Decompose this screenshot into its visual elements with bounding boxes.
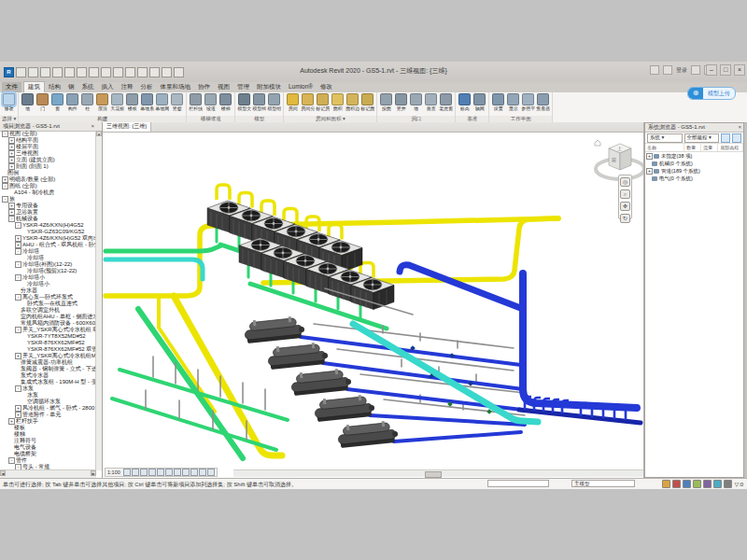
expand-icon[interactable]: - — [15, 327, 21, 333]
tree-item[interactable]: 冷却塔(预留)(12-22) — [0, 268, 96, 274]
view-tab-3d[interactable]: 三维视图: {三维} — [103, 122, 151, 132]
underlay-select-icon[interactable] — [683, 480, 691, 488]
app-store-icon[interactable] — [691, 65, 700, 75]
worksharing-display-icon[interactable] — [207, 469, 215, 476]
discipline-filter-select[interactable]: 全部规程 ▾ — [684, 133, 720, 143]
ribbon-tab-结构[interactable]: 结构 — [45, 82, 64, 92]
column-header-底部高程[interactable]: 底部高程 — [718, 144, 743, 151]
tree-item[interactable]: 空调循环水泵 — [0, 399, 96, 405]
tool-房间分隔[interactable]: 房间分隔 — [301, 93, 315, 111]
project-browser-hscrollbar[interactable]: ◀ ▶ — [0, 469, 96, 478]
filter-icon[interactable]: ▽:0 — [734, 481, 743, 487]
system-browser-columns[interactable]: 名称数量流量底部高程 — [645, 144, 743, 152]
tree-item[interactable]: 冷却塔 — [0, 255, 96, 261]
ribbon-tab-建筑[interactable]: 建筑 — [23, 81, 45, 92]
tool-标高[interactable]: 标高 — [458, 93, 472, 111]
tree-item[interactable]: -冷却塔 — [0, 248, 96, 255]
tree-item[interactable]: YSKR-GZ63C09/KG52 — [0, 229, 96, 235]
tree-item[interactable]: -族 — [0, 196, 96, 203]
navigation-bar[interactable]: ◎ ⌕ ✥ ↻ — [618, 175, 632, 219]
tool-房间[interactable]: 房间 — [286, 93, 300, 111]
editable-only-icon[interactable] — [662, 480, 670, 488]
ribbon-tab-体量和场地[interactable]: 体量和场地 — [157, 82, 195, 92]
expand-icon[interactable]: + — [8, 157, 15, 163]
tree-item[interactable]: 水泵 — [0, 392, 96, 399]
tree-item[interactable]: +卫浴装置 — [0, 209, 96, 216]
tree-item[interactable]: -图纸 (全部) — [0, 183, 96, 189]
tree-item[interactable]: +YSKR-4Z6/KXN(H)G52 双向出管 — [0, 235, 96, 242]
tool-修改[interactable]: 修改 — [2, 93, 16, 111]
tool-墙[interactable]: 墙 — [409, 93, 423, 111]
expand-icon[interactable]: + — [2, 176, 8, 183]
zoom-icon[interactable]: ⌕ — [620, 189, 630, 199]
orbit-icon[interactable]: ↻ — [620, 214, 630, 223]
tree-item[interactable]: 多联空调室外机 — [0, 307, 96, 314]
tree-item[interactable]: A104 - 制冷机房 — [0, 189, 96, 196]
tree-item[interactable]: 泵阀器 - 钢制弹簧 - 立式 - 下进下出 — [0, 366, 96, 372]
tree-item[interactable]: +楼层平面 — [0, 144, 96, 150]
drawing-area[interactable]: 三维视图: {三维} — [103, 122, 644, 478]
drag-on-selection-icon[interactable] — [713, 480, 722, 488]
detail-level-icon[interactable] — [132, 469, 139, 476]
tree-item[interactable]: -机械设备 — [0, 216, 96, 222]
expand-icon[interactable]: + — [8, 144, 15, 150]
tree-item[interactable]: YSKR-7YT8X52MD#52 — [0, 333, 96, 340]
tree-item[interactable]: -开关_YSKR离心式冷水机组 双向出管 — [0, 327, 96, 333]
visual-style-icon[interactable] — [140, 469, 148, 476]
pan-icon[interactable]: ✥ — [620, 202, 630, 211]
ribbon-tab-Lumion®[interactable]: Lumion® — [285, 82, 317, 92]
system-browser-close-icon[interactable]: × — [738, 123, 741, 132]
tree-item[interactable]: +立面 (建筑立面) — [0, 157, 96, 163]
tool-天花板[interactable]: 天花板 — [110, 93, 124, 111]
tree-item[interactable]: +风冷机组 - 燃气 - 卧式 - 2800 - 14000 kW — [0, 405, 96, 412]
column-settings-icon[interactable] — [732, 133, 741, 143]
tool-门[interactable]: 门 — [35, 93, 49, 111]
system-row[interactable]: 电气(0 个系统) — [645, 175, 743, 182]
steering-wheel-icon[interactable]: ◎ — [620, 177, 630, 187]
3d-model-view[interactable]: 上 前 — [103, 132, 644, 470]
tool-参照平面[interactable]: 参照平面 — [521, 93, 535, 111]
crop-view-icon[interactable] — [174, 469, 181, 476]
canvas-hscrollbar[interactable] — [233, 469, 643, 477]
expand-icon[interactable]: + — [15, 353, 21, 359]
viewcube[interactable]: 上 前 — [595, 140, 644, 179]
tree-item[interactable]: 弹簧减震器-功率机组 — [0, 359, 96, 366]
login-label[interactable]: 登录 — [676, 66, 687, 75]
tree-item[interactable]: -冷却塔小 — [0, 274, 96, 281]
expand-icon[interactable]: - — [15, 274, 21, 281]
tool-按面[interactable]: 按面 — [379, 93, 393, 111]
workset-select[interactable] — [487, 480, 549, 487]
expand-icon[interactable]: + — [8, 163, 15, 170]
cloud-upload-button[interactable]: ⊕ 模型上传 — [687, 87, 736, 100]
tree-item[interactable]: 常规风箱内消防设备 - 600X600 - 标准回风 — [0, 320, 96, 327]
tree-item[interactable]: +三维视图 — [0, 150, 96, 157]
tree-item[interactable]: YSKR-876XX62MF#52 — [0, 340, 96, 346]
expand-icon[interactable]: + — [8, 203, 15, 209]
ribbon-tab-管理[interactable]: 管理 — [233, 82, 253, 92]
tree-item[interactable]: 卧式泵—在线直连式 — [0, 301, 96, 307]
tree-item[interactable]: -离心泵—卧式环泵式 — [0, 294, 96, 301]
tool-构件[interactable]: 构件 — [65, 93, 79, 111]
project-browser-vscrollbar[interactable]: ▲ — [95, 131, 102, 470]
expand-icon[interactable]: - — [2, 196, 8, 203]
tree-item[interactable]: +明细表/数量 (全部) — [0, 176, 96, 183]
tree-item[interactable]: +剖面 (剖面 1) — [0, 163, 96, 170]
view-control-bar[interactable]: 1:100 — [105, 468, 218, 477]
select-by-face-icon[interactable] — [703, 480, 712, 488]
tree-item[interactable]: 电缆桥架 — [0, 451, 96, 457]
tool-楼板[interactable]: 楼板 — [125, 93, 139, 111]
project-browser-close-icon[interactable]: × — [91, 122, 94, 131]
tree-item[interactable]: +AHU - 组合式 - 双风机组 - 卧式 - 标准 - 2000 - 500 — [0, 242, 96, 248]
tree-item[interactable]: 电气设备 — [0, 444, 96, 451]
tree-item[interactable]: -冷却塔(补图)(12-22) — [0, 261, 96, 268]
tree-item[interactable]: 分水器 — [0, 287, 96, 294]
expand-icon[interactable]: + — [8, 209, 15, 216]
system-filter-select[interactable]: 系统 ▾ — [647, 133, 683, 143]
scroll-left-icon[interactable]: ◀ — [0, 470, 6, 476]
tree-item[interactable]: 楼梯 — [0, 431, 96, 438]
column-header-数量[interactable]: 数量 — [684, 144, 701, 151]
maximize-button[interactable]: □ — [720, 64, 731, 76]
tool-幕墙网格[interactable]: 幕墙网格 — [155, 93, 169, 111]
expand-icon[interactable]: + — [646, 153, 653, 160]
tool-垂直[interactable]: 垂直 — [424, 93, 438, 111]
